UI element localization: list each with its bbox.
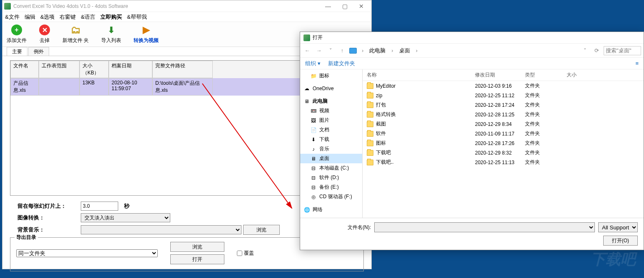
sidebar[interactable]: 📁图标☁OneDrive🖥此电脑📼视频🖼图片📄文档⬇下载♪音乐🖥桌面⊟本地磁盘 … — [300, 69, 363, 218]
sidebar-item[interactable]: ♪音乐 — [300, 144, 362, 154]
file-row[interactable]: 软件2020-11-09 11:17文件夹 — [363, 129, 644, 138]
file-row[interactable]: zip2020-12-25 11:12文件夹 — [363, 91, 644, 100]
dialog-nav: ← → ˅ ↑ › 此电脑 › 桌面 › ˅ ⟳ — [300, 44, 644, 58]
sidebar-item[interactable]: ☁OneDrive — [300, 84, 362, 93]
minimize-button[interactable]: — — [320, 1, 336, 12]
file-name: 下载吧 — [376, 149, 391, 156]
nav-fwd-button[interactable]: → — [314, 46, 323, 55]
sidebar-item[interactable]: 📄文档 — [300, 125, 362, 135]
sidebar-item[interactable]: ◎CD 驱动器 (F:) — [300, 192, 362, 202]
col-size[interactable]: 大小 — [562, 69, 596, 81]
maximize-button[interactable]: ▢ — [336, 1, 353, 12]
menu-help[interactable]: &帮帮我 — [127, 13, 147, 21]
menu-rightkey[interactable]: 右窗键 — [60, 13, 76, 21]
file-size — [562, 133, 596, 135]
sidebar-item[interactable]: ⬇下载 — [300, 135, 362, 144]
sidebar-item[interactable]: ⊟本地磁盘 (C:) — [300, 163, 362, 173]
titlebar: Convert Excel To Video 4dots V1.0 - 4dot… — [2, 0, 371, 12]
sidebar-item[interactable]: 📼视频 — [300, 106, 362, 116]
menu-options[interactable]: &选项 — [40, 13, 55, 21]
sidebar-item[interactable]: 🖥桌面 — [300, 154, 362, 163]
col-name[interactable]: 名称 — [363, 69, 471, 81]
sidebar-item-label: 文档 — [319, 126, 329, 133]
sidebar-item[interactable]: 🌐网络 — [300, 205, 362, 214]
output-dir-select[interactable]: 同一文件夹 — [16, 249, 158, 257]
close-button[interactable]: ✕ — [353, 1, 370, 12]
sidebar-item-icon: 🖥 — [303, 98, 310, 105]
tab-main[interactable]: 主要 — [7, 47, 27, 56]
file-type: 文件夹 — [521, 129, 562, 138]
col-range[interactable]: 工作表范围 — [39, 61, 80, 78]
sidebar-item[interactable]: 🖼图片 — [300, 116, 362, 125]
sidebar-item-icon: ◎ — [310, 194, 317, 200]
outdir-browse-button[interactable]: 浏览 — [170, 242, 224, 252]
crumb-dropdown-button[interactable]: ˅ — [580, 46, 589, 55]
menu-language[interactable]: &语言 — [81, 13, 95, 21]
overwrite-checkbox[interactable]: 覆盖 — [237, 250, 254, 257]
menu-buy[interactable]: 立即购买 — [100, 13, 122, 21]
crumb-pc[interactable]: 此电脑 — [367, 47, 388, 54]
file-type: 文件夹 — [521, 120, 562, 128]
col-size[interactable]: 大小（KB） — [80, 61, 109, 78]
filename-input[interactable] — [374, 222, 595, 232]
file-row[interactable]: 格式转换2020-12-28 11:25文件夹 — [363, 110, 644, 119]
filter-select[interactable]: All Supported A — [598, 222, 638, 232]
new-folder-button[interactable]: 🗂新增文件 夹 — [62, 25, 89, 44]
organize-menu[interactable]: 组织 ▾ — [305, 60, 321, 67]
open-button[interactable]: 打开(O) — [603, 236, 638, 246]
transition-select[interactable]: 交叉淡入淡出 — [81, 213, 170, 222]
seconds-label: 秒 — [124, 202, 129, 210]
convert-button[interactable]: ▶转换为视频 — [134, 25, 159, 44]
col-path[interactable]: 完整文件路径 — [152, 61, 213, 78]
view-options-button[interactable]: ≡ — [635, 60, 639, 66]
nav-up-button[interactable]: ↑ — [338, 46, 347, 55]
file-size — [562, 162, 596, 163]
col-date[interactable]: 档案日期 — [109, 61, 152, 78]
menu-edit[interactable]: 编辑 — [25, 13, 35, 21]
file-type: 文件夹 — [521, 110, 562, 119]
newfolder-menu[interactable]: 新建文件夹 — [328, 60, 355, 67]
sidebar-item-label: CD 驱动器 (F:) — [319, 193, 352, 200]
col-type[interactable]: 类型 — [521, 69, 562, 81]
file-row[interactable]: 下载吧..2020-12-25 11:13文件夹 — [363, 157, 644, 167]
import-list-button[interactable]: ⬇导入列表 — [101, 25, 121, 44]
file-row[interactable]: 图标2020-12-28 17:26文件夹 — [363, 138, 644, 148]
sidebar-item-label: 图片 — [319, 117, 329, 124]
sidebar-item[interactable]: 🖥此电脑 — [300, 96, 362, 106]
col-filename[interactable]: 文件名 — [10, 61, 39, 78]
bgm-label: 背景音乐： — [10, 226, 81, 234]
file-type: 文件夹 — [521, 91, 562, 100]
search-input[interactable] — [604, 46, 641, 55]
outdir-open-button[interactable]: 打开 — [170, 254, 224, 264]
file-type: 文件夹 — [521, 139, 562, 148]
tab-exclude[interactable]: 例外 — [28, 47, 49, 56]
file-size — [562, 123, 596, 125]
sidebar-item[interactable]: ⊟备份 (E:) — [300, 182, 362, 192]
cell-range — [39, 78, 80, 96]
computer-icon — [349, 48, 357, 54]
file-row[interactable]: 打包2020-12-28 17:24文件夹 — [363, 100, 644, 110]
file-list[interactable]: 名称 修改日期 类型 大小 MyEditor2020-12-03 9:16文件夹… — [363, 69, 644, 218]
nav-back-button[interactable]: ← — [303, 46, 312, 55]
nav-recent-button[interactable]: ˅ — [326, 46, 335, 55]
bgm-browse-button[interactable]: 浏览 — [243, 225, 280, 235]
bgm-select[interactable] — [81, 225, 241, 234]
file-row[interactable]: 截图2020-12-29 8:34文件夹 — [363, 119, 644, 129]
app-icon — [4, 3, 11, 10]
file-type: 文件夹 — [521, 148, 562, 157]
refresh-button[interactable]: ⟳ — [592, 46, 601, 55]
menu-file[interactable]: &文件 — [5, 13, 20, 21]
overwrite-input[interactable] — [237, 251, 242, 256]
sidebar-item-icon: 📄 — [310, 127, 317, 133]
folder-icon — [367, 93, 373, 98]
remove-button[interactable]: ✕去掉 — [39, 25, 50, 44]
sidebar-item[interactable]: ⊟软件 (D:) — [300, 173, 362, 182]
filename-label: 文件名(N): — [348, 224, 371, 231]
file-row[interactable]: 下载吧2020-12-29 8:32文件夹 — [363, 148, 644, 157]
add-file-button[interactable]: +添加文件 — [7, 25, 27, 44]
col-date[interactable]: 修改日期 — [471, 69, 521, 81]
sidebar-item[interactable]: 📁图标 — [300, 71, 362, 81]
stay-input[interactable] — [81, 202, 118, 211]
crumb-desktop[interactable]: 桌面 — [397, 47, 413, 54]
file-row[interactable]: MyEditor2020-12-03 9:16文件夹 — [363, 81, 644, 91]
